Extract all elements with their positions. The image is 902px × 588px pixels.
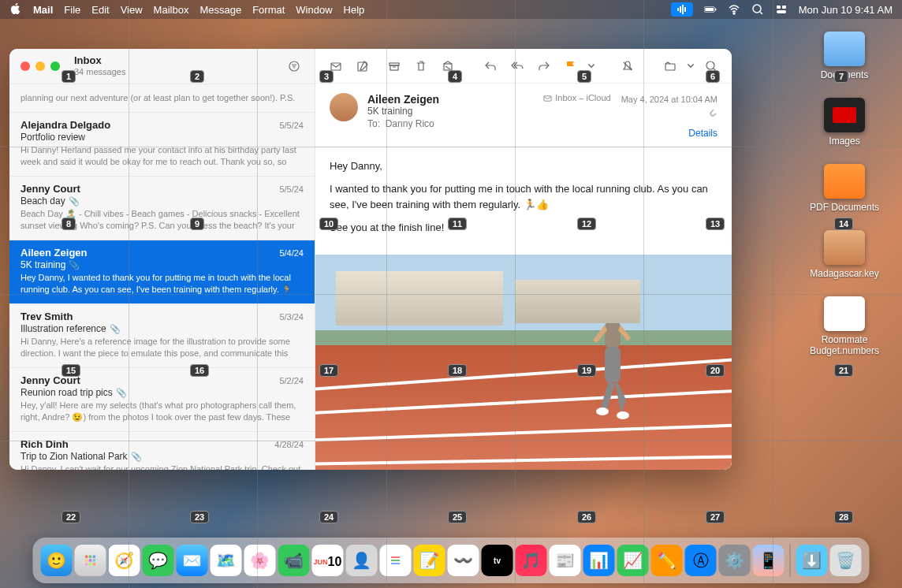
message-list[interactable]: planning our next adventure (or at least…: [9, 84, 315, 470]
status-datetime[interactable]: Mon Jun 10 9:41 AM: [799, 4, 893, 16]
dock-keynote[interactable]: 📊: [583, 545, 615, 576]
dock-safari[interactable]: 🧭: [109, 545, 140, 576]
search-icon[interactable]: [700, 57, 722, 76]
dock-pages[interactable]: ✏️: [651, 545, 683, 576]
msg-from: Jenny Court: [20, 374, 80, 386]
dock-appstore[interactable]: Ⓐ: [685, 545, 717, 576]
status-search-icon[interactable]: [751, 3, 764, 16]
svg-rect-44: [391, 560, 400, 561]
dock-tv[interactable]: tv: [482, 545, 513, 576]
grid-cell-number: 26: [577, 511, 596, 523]
message-row[interactable]: Alejandra Delgado5/5/24Portfolio reviewH…: [9, 113, 315, 177]
menu-edit[interactable]: Edit: [91, 4, 109, 16]
message-header: Aileen Zeigen 5K training To: Danny Rico…: [315, 84, 732, 147]
status-battery-icon[interactable]: [704, 3, 717, 16]
status-control-center-icon[interactable]: [775, 3, 788, 16]
svg-rect-35: [89, 556, 91, 558]
new-message-icon[interactable]: [352, 57, 374, 76]
fullscreen-button[interactable]: [50, 61, 60, 71]
status-wifi-icon[interactable]: [728, 3, 740, 16]
svg-line-27: [714, 69, 716, 71]
dock-separator: [790, 544, 791, 577]
menu-window[interactable]: Window: [296, 4, 332, 16]
svg-rect-38: [89, 559, 91, 561]
mute-icon[interactable]: [617, 57, 639, 76]
image-stack-icon: [824, 98, 865, 132]
dock-numbers[interactable]: 📈: [617, 545, 649, 576]
move-chevron-icon[interactable]: [686, 57, 695, 76]
filter-icon[interactable]: [285, 57, 304, 76]
reply-icon[interactable]: [479, 57, 501, 76]
dock-facetime[interactable]: 📹: [278, 545, 310, 576]
menu-help[interactable]: Help: [344, 4, 365, 16]
dock-music[interactable]: 🎵: [516, 545, 547, 576]
close-button[interactable]: [20, 61, 30, 71]
desktop-icon-keynote[interactable]: Madagascar.key: [810, 230, 878, 279]
app-name[interactable]: Mail: [33, 4, 53, 16]
details-link[interactable]: Details: [543, 128, 718, 139]
status-voice-icon[interactable]: [671, 2, 693, 17]
dock-photos[interactable]: 🌸: [244, 545, 276, 576]
dock-notes[interactable]: 📝: [414, 545, 445, 576]
sender-avatar[interactable]: [330, 93, 358, 121]
msg-subject: Portfolio review: [20, 132, 304, 143]
dock-freeform[interactable]: 〰️: [448, 545, 479, 576]
building-shape: [515, 280, 639, 323]
svg-rect-31: [605, 347, 621, 382]
desktop-icon-images[interactable]: Images: [824, 98, 865, 147]
attachment-icon: 📎: [110, 324, 121, 334]
trash-icon[interactable]: [410, 57, 432, 76]
dock-messages[interactable]: 💬: [143, 545, 174, 576]
dock-maps[interactable]: 🗺️: [211, 545, 242, 576]
message-row[interactable]: Aileen Zeigen5/4/245K training📎Hey Danny…: [9, 240, 315, 304]
dock-settings[interactable]: ⚙️: [719, 545, 751, 576]
dock-iphone-mirror[interactable]: 📱: [753, 545, 785, 576]
menu-file[interactable]: File: [64, 4, 80, 16]
archive-icon[interactable]: [383, 57, 405, 76]
dock-trash[interactable]: 🗑️: [830, 545, 862, 576]
dock-news[interactable]: 📰: [550, 545, 581, 576]
dock-mail[interactable]: ✉️: [177, 545, 208, 576]
forward-icon[interactable]: [533, 57, 555, 76]
mailbox-count: 34 messages: [74, 67, 125, 77]
dock-contacts[interactable]: 👤: [346, 545, 378, 576]
flag-chevron-icon[interactable]: [587, 57, 596, 76]
message-attachment-image[interactable]: [315, 255, 732, 471]
dock-finder[interactable]: 🙂: [41, 545, 73, 576]
svg-rect-34: [85, 556, 88, 558]
compose-icon[interactable]: [325, 57, 347, 76]
message-body: Hey Danny, I wanted to thank you for put…: [315, 147, 732, 255]
junk-icon[interactable]: [437, 57, 459, 76]
flag-icon[interactable]: [560, 57, 582, 76]
dock-calendar[interactable]: JUN10: [312, 545, 344, 576]
keynote-file-icon: [824, 230, 865, 265]
message-row[interactable]: Rich Dinh4/28/24Trip to Zion National Pa…: [9, 432, 315, 470]
svg-rect-20: [390, 65, 398, 70]
message-row[interactable]: Trev Smith5/3/24Illustration reference📎H…: [9, 304, 315, 368]
msg-date: 5/2/24: [279, 376, 304, 385]
minimize-button[interactable]: [35, 61, 45, 71]
dock-launchpad[interactable]: [75, 545, 106, 576]
svg-rect-1: [680, 6, 681, 13]
desktop-icon-documents[interactable]: Documents: [821, 32, 869, 80]
menu-mailbox[interactable]: Mailbox: [154, 4, 189, 16]
message-row[interactable]: Jenny Court5/5/24Beach day📎Beach Day 🏝️ …: [9, 177, 315, 240]
message-row[interactable]: planning our next adventure (or at least…: [9, 84, 315, 113]
sidebar-header: Inbox 34 messages: [9, 49, 315, 84]
msg-date: 5/3/24: [279, 312, 304, 322]
menu-message[interactable]: Message: [199, 4, 241, 16]
dock-downloads[interactable]: ⬇️: [796, 545, 828, 576]
desktop-icon-pdf[interactable]: PDF Documents: [810, 164, 879, 213]
apple-menu[interactable]: [9, 2, 22, 17]
attachment-icon: 📎: [69, 196, 80, 207]
svg-rect-22: [444, 64, 452, 70]
move-icon[interactable]: [659, 57, 681, 76]
menu-format[interactable]: Format: [252, 4, 285, 16]
menu-view[interactable]: View: [121, 4, 143, 16]
reply-all-icon[interactable]: [506, 57, 528, 76]
desktop-icon-numbers[interactable]: Roommate Budget.numbers: [801, 296, 888, 356]
dock-reminders[interactable]: [380, 545, 412, 576]
message-row[interactable]: Jenny Court5/2/24Reunion road trip pics📎…: [9, 368, 315, 432]
header-mailbox[interactable]: Inbox – iCloud: [543, 93, 610, 102]
msg-from: Rich Dinh: [20, 438, 69, 450]
